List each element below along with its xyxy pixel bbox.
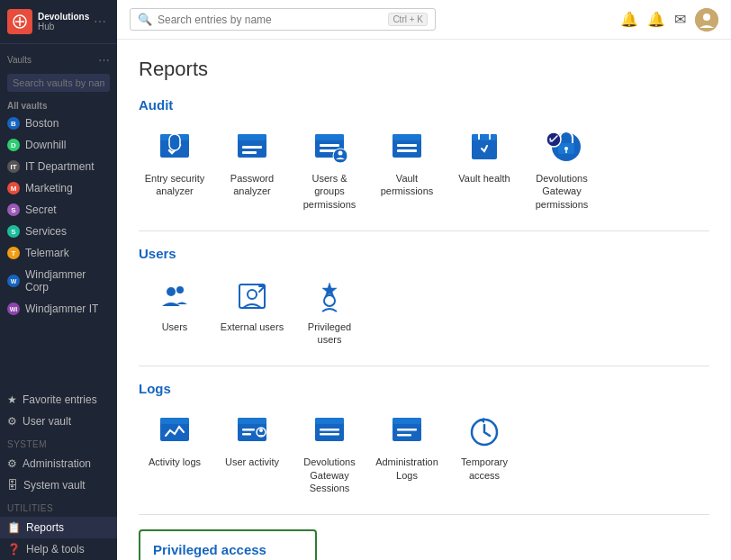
logs-grid: Activity logs User [139, 409, 709, 500]
search-input[interactable] [158, 14, 383, 26]
svg-rect-34 [238, 418, 266, 424]
vault-name-secret: Secret [25, 203, 57, 216]
vault-item-services[interactable]: S Services [0, 221, 117, 242]
svg-rect-35 [242, 429, 255, 431]
content-area: Reports Audit Entry security analyzer [117, 40, 731, 560]
vault-name-downhill: Downhill [25, 139, 66, 151]
user-vault-icon: ⚙ [7, 415, 17, 428]
vaults-label: Vaults [7, 55, 98, 65]
vault-health-item[interactable]: Vault health [448, 125, 520, 216]
sidebar: Devolutions Hub ⋯ Vaults ⋯ All vaults B … [0, 0, 117, 560]
vault-dot-marketing: M [7, 182, 20, 194]
password-analyzer-item[interactable]: Password analyzer [216, 125, 288, 216]
vault-dot-windjammer-it: WI [7, 303, 20, 315]
vault-permissions-item[interactable]: Vault permissions [371, 125, 443, 216]
mail-icon[interactable]: ✉ [674, 11, 686, 28]
entry-security-analyzer-label: Entry security analyzer [142, 172, 207, 198]
svg-rect-16 [393, 134, 421, 140]
audit-section-title: Audit [139, 97, 709, 113]
administration-logs-label: Administration Logs [375, 456, 439, 482]
vault-name-services: Services [25, 225, 67, 238]
devolutions-gateway-sessions-icon [309, 414, 350, 450]
activity-logs-item[interactable]: Activity logs [139, 409, 211, 500]
system-vault-icon: 🗄 [7, 479, 18, 492]
bell-icon[interactable]: 🔔 [647, 11, 665, 28]
svg-rect-46 [397, 434, 411, 437]
reports-item[interactable]: 📋 Reports [0, 517, 117, 538]
temporary-access-label: Temporary access [452, 456, 517, 482]
vault-name-windjammer-it: Windjammer IT [25, 303, 98, 315]
system-vault-item[interactable]: 🗄 System vault [0, 474, 117, 496]
vault-permissions-label: Vault permissions [375, 172, 439, 198]
vault-item-boston[interactable]: B Boston [0, 113, 117, 134]
users-groups-permissions-item[interactable]: Users & groups permissions [293, 125, 366, 216]
devolutions-gateway-sessions-label: Devolutions Gateway Sessions [297, 456, 362, 494]
bell-alert-icon[interactable]: 🔔 [620, 11, 638, 28]
star-icon: ★ [7, 393, 17, 406]
vault-item-secret[interactable]: S Secret [0, 199, 117, 221]
administration-logs-item[interactable]: Administration Logs [371, 409, 443, 500]
vault-dot-secret: S [7, 203, 20, 216]
privileged-users-item[interactable]: Privileged users [293, 274, 366, 352]
vault-item-downhill[interactable]: D Downhill [0, 134, 117, 156]
app-logo: Devolutions Hub [7, 9, 89, 34]
reports-label: Reports [26, 521, 64, 534]
svg-text:!: ! [549, 137, 551, 143]
svg-point-23 [564, 147, 568, 150]
devolutions-gateway-permissions-item[interactable]: ! Devolutions Gateway permissions [526, 125, 598, 216]
vault-dot-telemark: T [7, 247, 20, 259]
vault-item-marketing[interactable]: M Marketing [0, 177, 117, 199]
administration-icon: ⚙ [7, 457, 17, 470]
svg-rect-32 [160, 418, 189, 424]
user-activity-item[interactable]: User activity [216, 409, 288, 500]
logo-text: Devolutions Hub [38, 12, 89, 32]
vault-dot-downhill: D [7, 139, 20, 151]
reports-icon: 📋 [7, 521, 21, 534]
search-vaults-input[interactable] [7, 74, 110, 92]
search-box[interactable]: 🔍 Ctrl + K [130, 8, 436, 31]
users-label: Users [162, 321, 188, 333]
svg-rect-45 [397, 429, 417, 431]
vault-health-icon [464, 131, 505, 167]
user-vault-item[interactable]: ⚙ User vault [0, 411, 117, 432]
external-users-icon [231, 279, 273, 315]
help-tools-icon: ❓ [7, 543, 21, 555]
entry-security-analyzer-item[interactable]: Entry security analyzer [139, 125, 211, 216]
svg-point-27 [176, 286, 184, 294]
all-vaults-label: All vaults [0, 97, 117, 113]
page-title: Reports [139, 58, 709, 81]
vault-name-it-department: IT Department [25, 160, 94, 173]
users-item[interactable]: Users [139, 274, 211, 352]
privileged-access-section-title: Privileged access [153, 542, 302, 557]
devolutions-gateway-sessions-item[interactable]: Devolutions Gateway Sessions [293, 409, 366, 500]
vaults-more-button[interactable]: ⋯ [98, 53, 110, 67]
vault-dot-boston: B [7, 117, 20, 130]
audit-section: Audit Entry security analyzer [139, 97, 709, 216]
svg-rect-10 [315, 134, 344, 140]
users-section: Users Users [139, 246, 709, 352]
search-icon: 🔍 [138, 13, 152, 26]
help-tools-item[interactable]: ❓ Help & tools [0, 538, 117, 560]
password-analyzer-label: Password analyzer [220, 172, 284, 198]
users-icon [154, 279, 195, 315]
user-avatar[interactable] [695, 8, 718, 32]
sidebar-more-button[interactable]: ⋯ [90, 14, 110, 29]
administration-item[interactable]: ⚙ Administration [0, 453, 117, 474]
temporary-access-item[interactable]: Temporary access [448, 409, 520, 500]
vault-item-telemark[interactable]: T Telemark [0, 242, 117, 264]
external-users-item[interactable]: External users [216, 274, 288, 352]
svg-rect-41 [320, 429, 339, 431]
users-divider [139, 366, 709, 366]
vault-dot-it-department: IT [7, 160, 20, 173]
users-groups-permissions-label: Users & groups permissions [297, 172, 362, 211]
svg-point-29 [248, 290, 257, 299]
password-analyzer-icon [231, 131, 273, 167]
utilities-section-label: Utilities [0, 496, 117, 517]
vault-item-windjammer-corp[interactable]: W Windjammer Corp [0, 264, 117, 298]
favorite-entries-item[interactable]: ★ Favorite entries [0, 389, 117, 411]
main-area: 🔍 Ctrl + K 🔔 🔔 ✉ Reports Audit [117, 0, 731, 560]
vault-item-it-department[interactable]: IT IT Department [0, 156, 117, 177]
vault-item-windjammer-it[interactable]: WI Windjammer IT [0, 298, 117, 320]
user-activity-label: User activity [225, 456, 279, 468]
vault-name-marketing: Marketing [25, 182, 73, 194]
